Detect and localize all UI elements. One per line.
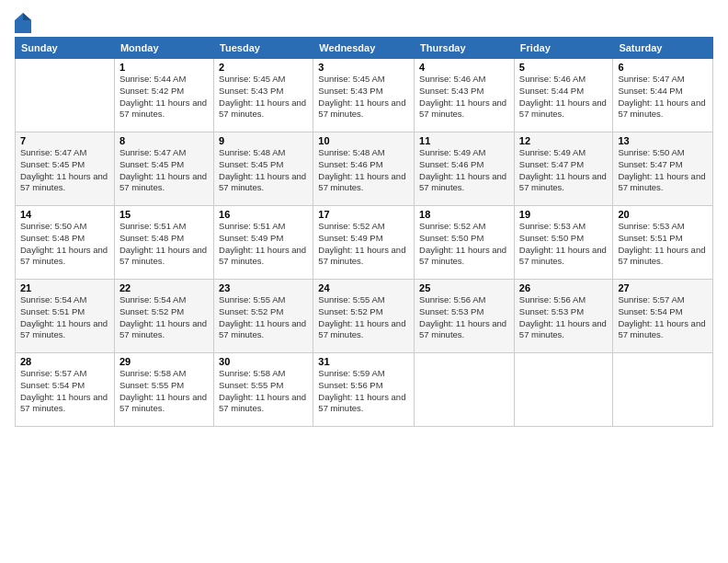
day-number: 26 xyxy=(519,282,609,293)
calendar-cell: 23Sunrise: 5:55 AM Sunset: 5:52 PM Dayli… xyxy=(214,280,313,353)
day-info: Sunrise: 5:51 AM Sunset: 5:48 PM Dayligh… xyxy=(119,221,209,268)
day-number: 24 xyxy=(318,282,409,293)
day-number: 4 xyxy=(419,62,509,73)
day-info: Sunrise: 5:59 AM Sunset: 5:56 PM Dayligh… xyxy=(318,368,409,415)
calendar-cell: 21Sunrise: 5:54 AM Sunset: 5:51 PM Dayli… xyxy=(16,280,115,353)
day-info: Sunrise: 5:44 AM Sunset: 5:42 PM Dayligh… xyxy=(119,74,209,121)
calendar-header-row: SundayMondayTuesdayWednesdayThursdayFrid… xyxy=(16,38,713,59)
day-info: Sunrise: 5:46 AM Sunset: 5:43 PM Dayligh… xyxy=(419,74,509,121)
calendar-cell: 30Sunrise: 5:58 AM Sunset: 5:55 PM Dayli… xyxy=(214,353,313,427)
day-info: Sunrise: 5:48 AM Sunset: 5:45 PM Dayligh… xyxy=(219,147,308,194)
day-info: Sunrise: 5:49 AM Sunset: 5:46 PM Dayligh… xyxy=(419,147,509,194)
day-info: Sunrise: 5:58 AM Sunset: 5:55 PM Dayligh… xyxy=(119,368,209,415)
calendar-cell: 28Sunrise: 5:57 AM Sunset: 5:54 PM Dayli… xyxy=(16,353,115,427)
day-number: 29 xyxy=(119,356,209,367)
day-number: 8 xyxy=(119,135,209,146)
day-header-thursday: Thursday xyxy=(415,38,515,59)
calendar-cell xyxy=(16,59,115,132)
day-info: Sunrise: 5:50 AM Sunset: 5:48 PM Dayligh… xyxy=(20,221,109,268)
week-row-1: 7Sunrise: 5:47 AM Sunset: 5:45 PM Daylig… xyxy=(16,132,713,206)
day-number: 14 xyxy=(20,209,109,220)
calendar-cell: 3Sunrise: 5:45 AM Sunset: 5:43 PM Daylig… xyxy=(313,59,415,132)
logo-icon xyxy=(15,13,31,33)
header xyxy=(15,9,713,33)
day-info: Sunrise: 5:55 AM Sunset: 5:52 PM Dayligh… xyxy=(318,294,409,341)
day-info: Sunrise: 5:46 AM Sunset: 5:44 PM Dayligh… xyxy=(519,74,609,121)
day-number: 1 xyxy=(119,62,209,73)
day-header-tuesday: Tuesday xyxy=(214,38,313,59)
calendar-cell xyxy=(514,353,613,427)
calendar-cell: 4Sunrise: 5:46 AM Sunset: 5:43 PM Daylig… xyxy=(415,59,515,132)
calendar-cell: 6Sunrise: 5:47 AM Sunset: 5:44 PM Daylig… xyxy=(613,59,713,132)
day-info: Sunrise: 5:56 AM Sunset: 5:53 PM Dayligh… xyxy=(419,294,509,341)
day-info: Sunrise: 5:45 AM Sunset: 5:43 PM Dayligh… xyxy=(219,74,308,121)
calendar-cell: 10Sunrise: 5:48 AM Sunset: 5:46 PM Dayli… xyxy=(313,132,415,206)
day-number: 12 xyxy=(519,135,609,146)
day-info: Sunrise: 5:48 AM Sunset: 5:46 PM Dayligh… xyxy=(318,147,409,194)
calendar-cell: 31Sunrise: 5:59 AM Sunset: 5:56 PM Dayli… xyxy=(313,353,415,427)
day-number: 7 xyxy=(20,135,109,146)
day-number: 10 xyxy=(318,135,409,146)
day-number: 3 xyxy=(318,62,409,73)
day-number: 9 xyxy=(219,135,308,146)
day-header-wednesday: Wednesday xyxy=(313,38,415,59)
day-number: 19 xyxy=(519,209,609,220)
calendar-cell: 17Sunrise: 5:52 AM Sunset: 5:49 PM Dayli… xyxy=(313,206,415,280)
calendar-cell: 25Sunrise: 5:56 AM Sunset: 5:53 PM Dayli… xyxy=(415,280,515,353)
day-info: Sunrise: 5:51 AM Sunset: 5:49 PM Dayligh… xyxy=(219,221,308,268)
day-info: Sunrise: 5:49 AM Sunset: 5:47 PM Dayligh… xyxy=(519,147,609,194)
calendar-cell: 18Sunrise: 5:52 AM Sunset: 5:50 PM Dayli… xyxy=(415,206,515,280)
day-number: 16 xyxy=(219,209,308,220)
calendar-cell: 15Sunrise: 5:51 AM Sunset: 5:48 PM Dayli… xyxy=(114,206,213,280)
day-number: 15 xyxy=(119,209,209,220)
day-header-saturday: Saturday xyxy=(613,38,713,59)
day-info: Sunrise: 5:52 AM Sunset: 5:50 PM Dayligh… xyxy=(419,221,509,268)
calendar-cell xyxy=(415,353,515,427)
day-number: 30 xyxy=(219,356,308,367)
day-info: Sunrise: 5:52 AM Sunset: 5:49 PM Dayligh… xyxy=(318,221,409,268)
calendar-cell: 13Sunrise: 5:50 AM Sunset: 5:47 PM Dayli… xyxy=(613,132,713,206)
day-header-monday: Monday xyxy=(114,38,213,59)
calendar-cell: 16Sunrise: 5:51 AM Sunset: 5:49 PM Dayli… xyxy=(214,206,313,280)
day-info: Sunrise: 5:57 AM Sunset: 5:54 PM Dayligh… xyxy=(20,368,109,415)
calendar-cell: 20Sunrise: 5:53 AM Sunset: 5:51 PM Dayli… xyxy=(613,206,713,280)
day-info: Sunrise: 5:53 AM Sunset: 5:50 PM Dayligh… xyxy=(519,221,609,268)
calendar-cell: 7Sunrise: 5:47 AM Sunset: 5:45 PM Daylig… xyxy=(16,132,115,206)
day-number: 25 xyxy=(419,282,509,293)
calendar-page: SundayMondayTuesdayWednesdayThursdayFrid… xyxy=(0,0,728,563)
calendar-cell: 14Sunrise: 5:50 AM Sunset: 5:48 PM Dayli… xyxy=(16,206,115,280)
calendar-cell: 12Sunrise: 5:49 AM Sunset: 5:47 PM Dayli… xyxy=(514,132,613,206)
day-header-friday: Friday xyxy=(514,38,613,59)
svg-marker-1 xyxy=(23,13,31,20)
week-row-2: 14Sunrise: 5:50 AM Sunset: 5:48 PM Dayli… xyxy=(16,206,713,280)
day-number: 28 xyxy=(20,356,109,367)
day-info: Sunrise: 5:57 AM Sunset: 5:54 PM Dayligh… xyxy=(618,294,708,341)
day-number: 31 xyxy=(318,356,409,367)
day-info: Sunrise: 5:56 AM Sunset: 5:53 PM Dayligh… xyxy=(519,294,609,341)
day-number: 13 xyxy=(618,135,708,146)
day-number: 2 xyxy=(219,62,308,73)
day-number: 20 xyxy=(618,209,708,220)
calendar-cell: 27Sunrise: 5:57 AM Sunset: 5:54 PM Dayli… xyxy=(613,280,713,353)
calendar-cell: 2Sunrise: 5:45 AM Sunset: 5:43 PM Daylig… xyxy=(214,59,313,132)
calendar-cell: 29Sunrise: 5:58 AM Sunset: 5:55 PM Dayli… xyxy=(114,353,213,427)
day-number: 5 xyxy=(519,62,609,73)
day-number: 22 xyxy=(119,282,209,293)
calendar-cell: 24Sunrise: 5:55 AM Sunset: 5:52 PM Dayli… xyxy=(313,280,415,353)
day-number: 17 xyxy=(318,209,409,220)
day-number: 6 xyxy=(618,62,708,73)
day-info: Sunrise: 5:47 AM Sunset: 5:45 PM Dayligh… xyxy=(20,147,109,194)
day-info: Sunrise: 5:45 AM Sunset: 5:43 PM Dayligh… xyxy=(318,74,409,121)
calendar-cell xyxy=(613,353,713,427)
calendar-cell: 5Sunrise: 5:46 AM Sunset: 5:44 PM Daylig… xyxy=(514,59,613,132)
day-info: Sunrise: 5:47 AM Sunset: 5:45 PM Dayligh… xyxy=(119,147,209,194)
calendar-cell: 26Sunrise: 5:56 AM Sunset: 5:53 PM Dayli… xyxy=(514,280,613,353)
day-header-sunday: Sunday xyxy=(16,38,115,59)
calendar-cell: 22Sunrise: 5:54 AM Sunset: 5:52 PM Dayli… xyxy=(114,280,213,353)
day-number: 11 xyxy=(419,135,509,146)
logo xyxy=(15,13,34,33)
day-info: Sunrise: 5:54 AM Sunset: 5:52 PM Dayligh… xyxy=(119,294,209,341)
calendar-cell: 9Sunrise: 5:48 AM Sunset: 5:45 PM Daylig… xyxy=(214,132,313,206)
day-number: 23 xyxy=(219,282,308,293)
calendar-cell: 8Sunrise: 5:47 AM Sunset: 5:45 PM Daylig… xyxy=(114,132,213,206)
